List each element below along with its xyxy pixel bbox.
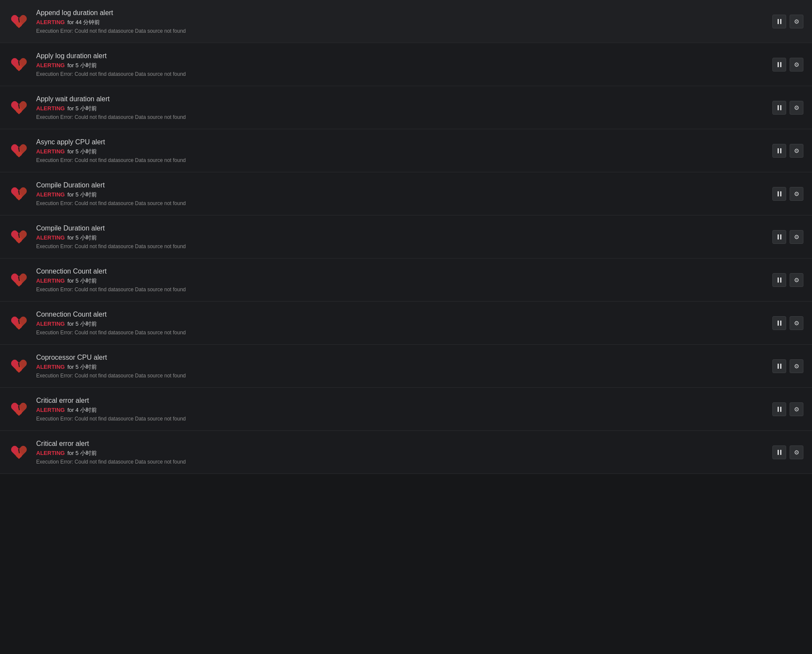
- pause-button[interactable]: [772, 273, 786, 287]
- gear-icon: ⚙: [794, 277, 800, 283]
- pause-button[interactable]: [772, 359, 786, 373]
- alert-icon: [9, 54, 29, 75]
- alert-content: Apply log duration alert ALERTING for 5 …: [36, 52, 764, 77]
- settings-button[interactable]: ⚙: [790, 316, 803, 330]
- alert-title: Connection Count alert: [36, 268, 764, 275]
- pause-icon: [778, 191, 781, 196]
- gear-icon: ⚙: [794, 363, 800, 370]
- pause-bar-left: [778, 62, 779, 67]
- pause-icon: [778, 62, 781, 67]
- alert-status-badge: ALERTING: [36, 148, 65, 155]
- pause-icon: [778, 105, 781, 110]
- alert-content: Connection Count alert ALERTING for 5 小时…: [36, 268, 764, 293]
- alert-actions: ⚙: [772, 101, 803, 115]
- pause-bar-left: [778, 148, 779, 153]
- pause-bar-right: [780, 148, 781, 153]
- alert-status-badge: ALERTING: [36, 450, 65, 456]
- broken-heart-icon: [10, 401, 28, 418]
- settings-button[interactable]: ⚙: [790, 230, 803, 244]
- alert-icon: [9, 11, 29, 32]
- alert-row: Connection Count alert ALERTING for 5 小时…: [0, 258, 812, 302]
- pause-button[interactable]: [772, 101, 786, 115]
- alert-row: Append log duration alert ALERTING for 4…: [0, 0, 812, 43]
- pause-bar-right: [780, 450, 781, 455]
- pause-button[interactable]: [772, 187, 786, 201]
- pause-icon: [778, 234, 781, 240]
- pause-icon: [778, 364, 781, 369]
- alert-title: Coprocessor CPU alert: [36, 354, 764, 361]
- gear-icon: ⚙: [794, 61, 800, 68]
- alert-status-line: ALERTING for 5 小时前: [36, 320, 764, 328]
- alert-content: Compile Duration alert ALERTING for 5 小时…: [36, 224, 764, 249]
- alert-row: Compile Duration alert ALERTING for 5 小时…: [0, 215, 812, 258]
- alert-actions: ⚙: [772, 187, 803, 201]
- alert-duration: for 44 分钟前: [67, 19, 100, 26]
- alert-icon: [9, 356, 29, 377]
- alert-actions: ⚙: [772, 316, 803, 330]
- alert-icon: [9, 227, 29, 247]
- alert-duration: for 5 小时前: [67, 320, 97, 328]
- pause-icon: [778, 321, 781, 326]
- settings-button[interactable]: ⚙: [790, 273, 803, 287]
- alert-duration: for 5 小时前: [67, 449, 97, 457]
- pause-button[interactable]: [772, 15, 786, 28]
- pause-icon: [778, 148, 781, 153]
- alert-status-badge: ALERTING: [36, 407, 65, 413]
- pause-bar-right: [780, 191, 781, 196]
- alert-error-message: Execution Error: Could not find datasour…: [36, 416, 764, 422]
- settings-button[interactable]: ⚙: [790, 101, 803, 115]
- alert-actions: ⚙: [772, 402, 803, 416]
- pause-icon: [778, 277, 781, 283]
- alert-actions: ⚙: [772, 144, 803, 158]
- alert-content: Connection Count alert ALERTING for 5 小时…: [36, 311, 764, 336]
- pause-button[interactable]: [772, 144, 786, 158]
- alert-icon: [9, 184, 29, 204]
- alert-row: Coprocessor CPU alert ALERTING for 5 小时前…: [0, 345, 812, 388]
- gear-icon: ⚙: [794, 449, 800, 456]
- broken-heart-icon: [10, 142, 28, 159]
- alert-row: Critical error alert ALERTING for 4 小时前 …: [0, 388, 812, 431]
- alert-duration: for 5 小时前: [67, 277, 97, 285]
- alert-title: Async apply CPU alert: [36, 138, 764, 146]
- alert-status-badge: ALERTING: [36, 62, 65, 69]
- gear-icon: ⚙: [794, 320, 800, 327]
- pause-button[interactable]: [772, 402, 786, 416]
- alert-status-line: ALERTING for 5 小时前: [36, 277, 764, 285]
- alert-duration: for 5 小时前: [67, 148, 97, 156]
- alert-actions: ⚙: [772, 359, 803, 373]
- settings-button[interactable]: ⚙: [790, 359, 803, 373]
- alert-status-line: ALERTING for 5 小时前: [36, 62, 764, 69]
- alert-status-line: ALERTING for 5 小时前: [36, 105, 764, 112]
- alert-status-badge: ALERTING: [36, 105, 65, 112]
- settings-button[interactable]: ⚙: [790, 187, 803, 201]
- pause-button[interactable]: [772, 445, 786, 459]
- alert-duration: for 5 小时前: [67, 62, 97, 69]
- alert-status-line: ALERTING for 44 分钟前: [36, 19, 764, 26]
- pause-bar-right: [780, 277, 781, 283]
- alert-duration: for 5 小时前: [67, 105, 97, 112]
- alert-duration: for 5 小时前: [67, 234, 97, 242]
- alert-actions: ⚙: [772, 445, 803, 459]
- settings-button[interactable]: ⚙: [790, 58, 803, 72]
- alert-duration: for 4 小时前: [67, 406, 97, 414]
- alert-actions: ⚙: [772, 58, 803, 72]
- settings-button[interactable]: ⚙: [790, 445, 803, 459]
- alert-status-line: ALERTING for 5 小时前: [36, 449, 764, 457]
- alert-error-message: Execution Error: Could not find datasour…: [36, 459, 764, 465]
- pause-icon: [778, 407, 781, 412]
- broken-heart-icon: [10, 56, 28, 73]
- gear-icon: ⚙: [794, 406, 800, 413]
- alert-icon: [9, 313, 29, 333]
- settings-button[interactable]: ⚙: [790, 144, 803, 158]
- pause-button[interactable]: [772, 230, 786, 244]
- pause-button[interactable]: [772, 58, 786, 72]
- pause-bar-right: [780, 62, 781, 67]
- alert-error-message: Execution Error: Could not find datasour…: [36, 243, 764, 249]
- settings-button[interactable]: ⚙: [790, 402, 803, 416]
- pause-button[interactable]: [772, 316, 786, 330]
- alert-content: Critical error alert ALERTING for 5 小时前 …: [36, 440, 764, 465]
- alert-content: Apply wait duration alert ALERTING for 5…: [36, 95, 764, 120]
- settings-button[interactable]: ⚙: [790, 15, 803, 28]
- alert-icon: [9, 442, 29, 463]
- alert-title: Apply wait duration alert: [36, 95, 764, 103]
